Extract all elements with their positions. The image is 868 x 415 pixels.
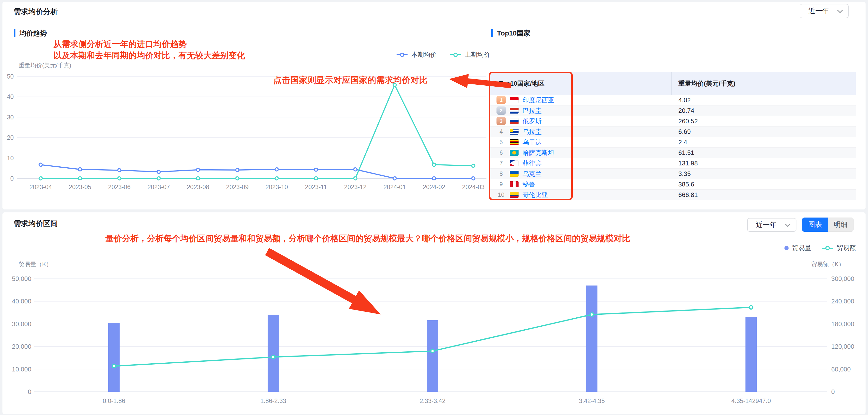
avg-price-value: 2.4 (672, 138, 856, 146)
svg-text:30: 30 (7, 114, 14, 120)
column-header-avg-price: 重量均价(美元/千克) (672, 79, 856, 88)
table-row: 8乌克兰3.35 (490, 169, 856, 179)
indonesia-flag-icon (510, 97, 519, 103)
rank-number: 9 (496, 181, 506, 188)
country-cell: 1印度尼西亚 (490, 96, 672, 104)
annotation-trend-line2: 以及本期和去年同期的均价对比，有无较大差别变化 (54, 50, 245, 61)
rank-number: 7 (496, 160, 506, 167)
line-marker-icon (397, 54, 408, 55)
country-link[interactable]: 巴拉圭 (523, 106, 541, 115)
svg-text:2023-07: 2023-07 (148, 183, 170, 191)
range-section-title: 需求均价区间 (14, 219, 58, 229)
table-row: 5乌干达2.4 (490, 137, 856, 147)
svg-text:2024-01: 2024-01 (383, 183, 406, 191)
rank-medal-icon: 2 (496, 106, 506, 115)
avg-price-value: 20.74 (672, 107, 856, 114)
view-toggle: 图表 明细 (802, 217, 854, 232)
time-range-select-value: 近一年 (808, 6, 829, 16)
svg-text:20,000: 20,000 (12, 343, 31, 350)
rank-number: 10 (496, 192, 506, 198)
kazakhstan-flag-icon (510, 150, 519, 155)
svg-text:2024-03: 2024-03 (462, 183, 485, 191)
divider (14, 22, 854, 22)
annotation-click-country: 点击国家则显示对应国家的需求均价对比 (273, 74, 428, 86)
svg-text:3.42-4.35: 3.42-4.35 (579, 397, 605, 404)
chevron-down-icon (837, 8, 843, 13)
country-link[interactable]: 哥伦比亚 (523, 191, 548, 199)
avg-price-value: 61.51 (672, 149, 856, 157)
time-range-select[interactable]: 近一年 (800, 4, 849, 18)
svg-text:10,000: 10,000 (12, 366, 31, 373)
avg-price-value: 6.69 (672, 128, 856, 136)
table-row: 2巴拉圭20.74 (490, 105, 856, 116)
legend-label: 本期均价 (411, 50, 437, 59)
svg-text:40,000: 40,000 (12, 298, 31, 305)
legend-item-current-period[interactable]: 本期均价 (397, 50, 437, 59)
country-link[interactable]: 乌克兰 (523, 170, 541, 178)
table-row: 4乌拉圭6.69 (490, 127, 856, 137)
demand-avg-price-card: 需求均价分析 近一年 均价趋势 从需求侧分析近一年的进口均价趋势 以及本期和去年… (2, 2, 866, 209)
avg-price-value: 3.35 (672, 170, 856, 178)
detail-view-button[interactable]: 明细 (828, 217, 854, 232)
svg-text:40: 40 (7, 93, 14, 100)
table-row: 9秘鲁385.6 (490, 179, 856, 189)
trend-line-chart[interactable]: 010203040502023-042023-052023-062023-072… (2, 72, 493, 191)
chart-view-button[interactable]: 图表 (802, 217, 828, 232)
country-cell: 5乌干达 (490, 138, 672, 146)
range-bar-line-chart[interactable]: 010,00020,00030,00040,00050,000060,00012… (2, 253, 866, 414)
rank-number: 6 (496, 149, 506, 156)
avg-price-value: 131.98 (672, 160, 856, 167)
avg-price-value: 666.81 (672, 191, 856, 199)
table-row: 7菲律宾131.98 (490, 158, 856, 169)
trend-legend: 本期均价 上期均价 (358, 50, 490, 59)
rank-number: 8 (496, 170, 506, 177)
svg-text:300,000: 300,000 (831, 275, 854, 282)
svg-text:2023-05: 2023-05 (69, 183, 91, 191)
country-link[interactable]: 乌干达 (523, 138, 541, 146)
country-cell: 7菲律宾 (490, 159, 672, 168)
table-row: 6哈萨克斯坦61.51 (490, 147, 856, 158)
uganda-flag-icon (510, 139, 519, 145)
country-link[interactable]: 俄罗斯 (523, 117, 541, 126)
philippines-flag-icon (510, 160, 519, 166)
russia-flag-icon (510, 118, 519, 124)
ukraine-flag-icon (510, 171, 519, 177)
trend-y-axis-title: 重量均价(美元/千克) (19, 61, 71, 69)
paraguay-flag-icon (510, 108, 519, 113)
svg-text:180,000: 180,000 (831, 320, 854, 327)
line-marker-icon (450, 54, 461, 55)
table-row: 10哥伦比亚666.81 (490, 189, 856, 200)
dot-marker-icon (784, 246, 788, 250)
svg-text:2023-09: 2023-09 (226, 183, 249, 191)
section-title-trend: 均价趋势 (14, 29, 47, 37)
colombia-flag-icon (510, 192, 519, 198)
svg-text:2023-08: 2023-08 (187, 183, 209, 191)
section-title-top10: Top10国家 (491, 29, 530, 37)
svg-text:2.33-3.42: 2.33-3.42 (420, 397, 445, 404)
svg-text:20: 20 (7, 134, 14, 141)
country-link[interactable]: 哈萨克斯坦 (523, 148, 554, 157)
svg-text:2024-02: 2024-02 (423, 183, 445, 191)
svg-text:30,000: 30,000 (12, 320, 31, 327)
svg-text:0: 0 (831, 388, 835, 395)
country-link[interactable]: 秘鲁 (523, 180, 535, 189)
legend-item-trade-volume[interactable]: 贸易量 (784, 244, 811, 252)
country-cell: 9秘鲁 (490, 180, 672, 189)
svg-text:2023-04: 2023-04 (29, 183, 52, 191)
country-cell: 2巴拉圭 (490, 106, 672, 115)
country-link[interactable]: 印度尼西亚 (523, 96, 554, 104)
svg-text:2023-10: 2023-10 (266, 183, 288, 191)
top10-table-header: Top10国家/地区 重量均价(美元/千克) (490, 72, 856, 95)
table-row: 3俄罗斯260.52 (490, 116, 856, 127)
rank-medal-icon: 1 (496, 96, 506, 104)
country-link[interactable]: 菲律宾 (523, 159, 541, 168)
range-time-select-value: 近一年 (756, 220, 777, 230)
page-title: 需求均价分析 (14, 7, 58, 17)
range-time-select[interactable]: 近一年 (747, 218, 797, 232)
legend-label: 贸易额 (837, 244, 856, 252)
legend-item-trade-value[interactable]: 贸易额 (822, 244, 856, 252)
svg-text:50: 50 (7, 73, 14, 80)
legend-item-previous-period[interactable]: 上期均价 (450, 50, 490, 59)
svg-text:0: 0 (28, 388, 31, 395)
country-link[interactable]: 乌拉圭 (523, 128, 541, 136)
